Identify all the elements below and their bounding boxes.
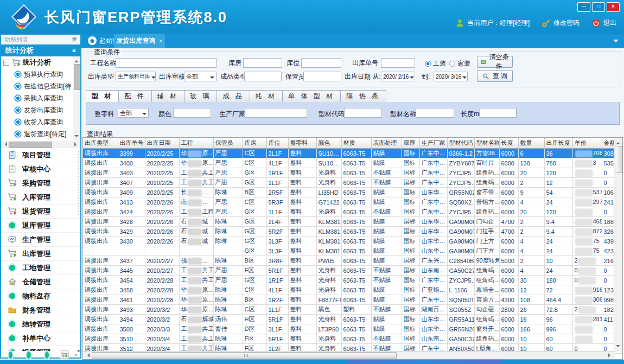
outbound-audit-select[interactable]: 全部: [184, 72, 217, 81]
profile-name-input[interactable]: [416, 108, 454, 118]
length-input[interactable]: [480, 108, 517, 118]
profile-code-input[interactable]: [344, 108, 382, 118]
sidebar-module-item[interactable]: 补单中心: [1, 331, 80, 346]
column-header[interactable]: 保管员: [213, 138, 243, 149]
date-to-picker[interactable]: 2020/ 3/16: [434, 72, 468, 81]
column-header[interactable]: 出库日期: [145, 138, 179, 149]
tree-item[interactable]: 在途信息查询[待: [1, 80, 73, 92]
close-button[interactable]: ×: [607, 2, 620, 12]
column-header[interactable]: 颜色: [316, 138, 341, 149]
module-list-scroll-strip[interactable]: [78, 151, 79, 216]
tab-close-icon[interactable]: ×: [158, 37, 163, 45]
table-row[interactable]: 调拨出库34612020/2/28华原…陈琳B区1R2F整料F8877FT606…: [83, 295, 623, 305]
tab-shipment-outbound-query[interactable]: 发货出库查询 ×: [114, 34, 165, 48]
table-row[interactable]: 调拨出库34452020/2/27工共工程严思F区5R1F整料光身料6063-T…: [83, 266, 623, 276]
table-row[interactable]: 调拨出库34092020/2/25长…陈琳B区2R5F整料LI35HD6063-…: [83, 188, 623, 197]
table-row[interactable]: 调拨出库34542020/2/28工共工程严思G区1R1F整料光身料6063-T…: [83, 276, 623, 285]
table-row[interactable]: 调拨出库34132020/2/26南…严思C区5R3F整料G714226063-…: [83, 197, 623, 207]
table-row[interactable]: 调拨出库34002020/2/25华原…严思C区4L1F整料SU10…6063-…: [83, 158, 623, 168]
quick-module-dot-icon[interactable]: [45, 352, 49, 359]
table-row[interactable]: 调拨出库34282020/2/26石城陈琳G区2L4F整料KLM38176063…: [83, 217, 623, 227]
tree-item[interactable]: 预算执行查询: [1, 68, 73, 80]
search-button[interactable]: 查 询: [477, 70, 513, 82]
material-tab[interactable]: 玻 璃: [184, 90, 217, 103]
column-header[interactable]: 工程: [179, 138, 213, 149]
sidebar-module-item[interactable]: 工地管理: [1, 261, 80, 275]
tree-item[interactable]: 采购入库查询: [1, 92, 73, 104]
sidebar-module-item[interactable]: 退库管理: [1, 219, 80, 233]
sidebar-overflow-button[interactable]: »: [74, 353, 80, 356]
table-row[interactable]: 调拨出库35002020/3/3工共工程曹佳D区3L1F整料LT3P606063…: [83, 324, 623, 334]
table-row[interactable]: 调拨出库34302020/2/26石城陈琳G区3L3F整料KLM38176063…: [83, 237, 623, 246]
sidebar-module-item[interactable]: 生产管理: [1, 233, 80, 247]
column-header[interactable]: 数量: [518, 138, 544, 149]
table-vertical-scrollbar[interactable]: [614, 138, 622, 352]
column-header[interactable]: 表面处理: [371, 138, 402, 149]
tree-horizontal-scrollbar[interactable]: [1, 141, 80, 148]
keeper-input[interactable]: [303, 72, 341, 81]
tree-expander-icon[interactable]: [3, 60, 9, 66]
table-row[interactable]: G区3L3F整料KLM38176063-T5贴膜国标山东华…GA90M09.门下…: [83, 246, 623, 256]
column-header[interactable]: 型材名称: [474, 138, 499, 149]
table-row[interactable]: 调拨出库34242020/2/26工工程严思G区1L1F整料光身料6063-T5…: [83, 207, 623, 217]
material-tab[interactable]: 型 材: [86, 90, 119, 103]
collapse-icon[interactable]: «: [72, 44, 76, 56]
table-row[interactable]: 调拨出库34072020/2/25工共工程严思G区1L1F整料光身料6063-T…: [83, 178, 623, 188]
sidebar-module-item[interactable]: 项目管理: [1, 148, 80, 162]
quick-module-dot-icon[interactable]: [27, 352, 30, 359]
hscroll-thumb[interactable]: [92, 352, 397, 359]
sidebar-group-statistics[interactable]: 统计分析 «: [1, 44, 80, 56]
order-no-input[interactable]: [381, 58, 415, 68]
tree-vertical-scrollbar[interactable]: [73, 56, 80, 141]
column-header[interactable]: 单价: [572, 138, 602, 149]
maximize-button[interactable]: □: [592, 2, 605, 12]
material-tab[interactable]: 隔 热 条: [341, 90, 386, 103]
tree-item[interactable]: 收货入库查询: [1, 116, 73, 128]
sidebar-module-item[interactable]: 仓储管理: [1, 275, 80, 289]
sidebar-module-item[interactable]: 报废管理: [1, 346, 80, 351]
clear-filter-button[interactable]: 清空条件: [477, 56, 513, 68]
sidebar-module-item[interactable]: 采购管理: [1, 176, 80, 190]
table-row[interactable]: 调拨出库34372020/2/27佛…陈琳B区3R8F整料PW056063-T5…: [83, 256, 623, 266]
change-password-button[interactable]: 修改密码: [542, 18, 580, 28]
table-row[interactable]: 调拨出库34942020/3/2石辉城汤伟H区5R1F整料光身料6063-T5贴…: [83, 315, 623, 324]
tree-item[interactable]: 发货出库查询: [1, 104, 73, 116]
table-row[interactable]: 调拨出库34032020/2/25工共工程严思G区1R1F整料光身料6063-T…: [83, 168, 623, 178]
whole-part-select[interactable]: 全部: [118, 108, 149, 118]
table-row[interactable]: 调拨出库34292020/2/26石城陈琳G区5R2F整料KLM38176063…: [83, 227, 623, 237]
tab-overflow-icon[interactable]: [613, 40, 619, 45]
column-header[interactable]: 型材代码: [447, 138, 474, 149]
material-tab[interactable]: 成 品: [217, 90, 250, 103]
color-input[interactable]: [173, 108, 211, 118]
date-from-picker[interactable]: 2020/ 2/16: [381, 72, 415, 81]
outbound-type-select[interactable]: 生产领料出库: [116, 72, 156, 81]
sidebar-module-item[interactable]: 审核中心: [1, 162, 80, 176]
sidebar-module-item[interactable]: 物料盘存: [1, 289, 80, 303]
warehouse-input[interactable]: [243, 58, 282, 68]
column-header[interactable]: 出库长度: [544, 138, 572, 149]
column-header[interactable]: 膜厚: [402, 138, 419, 149]
column-header[interactable]: 出库类型: [83, 138, 118, 149]
radio-gongzhuang[interactable]: 工装: [425, 59, 446, 68]
location-input[interactable]: [301, 58, 341, 68]
table-horizontal-scrollbar[interactable]: [83, 351, 615, 359]
minimize-button[interactable]: ─: [577, 2, 590, 12]
table-row[interactable]: 调拨出库33992020/2/25华原…严思C区2L1F整料SU10…6063-…: [83, 149, 623, 158]
table-row[interactable]: 调拨出库34932020/3/2华原…陈琳C区1L1F整料黑色塑料不贴膜国标湖南…: [83, 305, 623, 315]
sidebar-module-item[interactable]: 财务管理: [1, 303, 80, 317]
tree-root-statistics[interactable]: 统计分析: [1, 56, 73, 68]
column-header[interactable]: 整零料: [288, 138, 316, 149]
logout-button[interactable]: 退出: [591, 18, 616, 28]
quick-module-dot-icon[interactable]: [9, 352, 12, 359]
material-tab[interactable]: 耗 材: [250, 90, 283, 103]
radio-jiazhuang[interactable]: 家装: [449, 59, 470, 68]
sidebar-module-item[interactable]: 退货管理: [1, 205, 80, 219]
table-row[interactable]: 调拨出库35102020/3/4工共工程陈琳F区5R1F整料光身料6063-T5…: [83, 334, 623, 344]
column-header[interactable]: 长度: [499, 138, 518, 149]
sidebar-module-item[interactable]: 结转管理: [1, 317, 80, 331]
sidebar-module-item[interactable]: 出库管理: [1, 247, 80, 261]
sidebar-module-item[interactable]: 入库管理: [1, 190, 80, 205]
column-header[interactable]: 出库单号: [118, 138, 145, 149]
product-type-input[interactable]: [244, 72, 282, 81]
project-name-input[interactable]: [116, 58, 217, 68]
